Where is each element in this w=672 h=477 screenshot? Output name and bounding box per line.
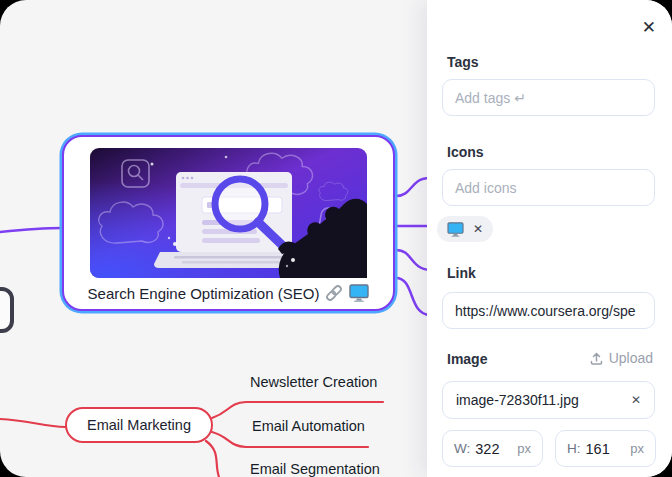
child-node-newsletter-creation[interactable]: Newsletter Creation (250, 374, 377, 390)
monitor-icon[interactable] (349, 284, 369, 302)
seo-topic-node[interactable]: Search Engine Optimization (SEO) (62, 135, 395, 311)
icon-chip-monitor[interactable]: ✕ (437, 216, 493, 242)
link-input[interactable] (442, 292, 655, 329)
monitor-icon (447, 222, 464, 237)
connector-email-newsletter (212, 402, 383, 418)
child-node-email-automation[interactable]: Email Automation (252, 418, 365, 434)
height-value[interactable]: 161 (586, 441, 610, 457)
upload-button[interactable]: Upload (590, 350, 653, 366)
email-node-label: Email Marketing (87, 417, 191, 433)
image-width-field[interactable]: W: 322 px (442, 430, 543, 467)
root-node-edge[interactable] (0, 287, 14, 333)
image-clear-icon[interactable]: ✕ (631, 394, 641, 406)
image-filename-field[interactable]: image-72830f11.jpg ✕ (442, 381, 655, 419)
image-filename: image-72830f11.jpg (456, 392, 579, 408)
connector-email-segmentation (206, 441, 219, 477)
email-marketing-node[interactable]: Email Marketing (65, 407, 213, 443)
mindmap-app-window: Search Engine Optimization (SEO) Email M… (0, 0, 672, 477)
connector-root-to-email (0, 419, 65, 427)
properties-panel: ✕ Tags Icons ✕ Link Image Upload image-7… (427, 0, 672, 477)
connector-email-automation (212, 432, 368, 447)
connector-seo-branch-3 (396, 250, 430, 270)
image-height-field[interactable]: H: 161 px (555, 430, 656, 467)
chip-remove-icon[interactable]: ✕ (473, 223, 483, 235)
child-node-email-segmentation[interactable]: Email Segmentation (250, 461, 380, 477)
tags-label: Tags (447, 54, 479, 70)
upload-icon (590, 352, 603, 365)
link-icon[interactable] (325, 284, 343, 302)
close-icon[interactable]: ✕ (642, 19, 656, 36)
connector-seo-branch-1 (396, 178, 430, 196)
connector-seo-branch-4 (396, 278, 430, 315)
height-prefix: H: (567, 441, 581, 456)
seo-topic-image[interactable] (90, 148, 367, 278)
seo-node-label: Search Engine Optimization (SEO) (88, 285, 320, 302)
image-label: Image (447, 351, 487, 367)
width-value[interactable]: 322 (475, 441, 499, 457)
height-unit: px (630, 441, 644, 456)
width-unit: px (517, 441, 531, 456)
icons-label: Icons (447, 144, 484, 160)
connector-root-to-seo (0, 228, 62, 232)
tags-input[interactable] (442, 79, 655, 116)
icons-input[interactable] (442, 169, 655, 206)
link-label: Link (447, 265, 476, 281)
upload-label: Upload (609, 350, 653, 366)
width-prefix: W: (454, 441, 470, 456)
